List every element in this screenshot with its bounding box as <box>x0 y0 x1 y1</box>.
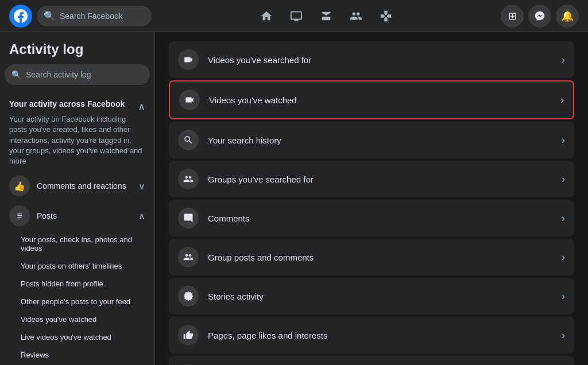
videos-watched-chevron: › <box>560 94 564 106</box>
your-search-history-chevron: › <box>562 134 565 146</box>
content-item-your-search-history[interactable]: Your search history › <box>169 122 574 158</box>
friends-nav-button[interactable] <box>342 2 370 30</box>
sidebar-sub-item-4[interactable]: Videos you've watched <box>5 310 150 328</box>
sidebar-sub-item-3[interactable]: Other people's posts to your feed <box>5 293 150 310</box>
your-search-history-icon <box>178 130 199 150</box>
your-activity-header: Your activity across Facebook ∧ <box>9 99 145 114</box>
nav-right-buttons: ⊞ 🔔 <box>501 5 579 28</box>
content-item-group-posts-comments[interactable]: Group posts and comments › <box>169 239 574 275</box>
apps-button[interactable]: ⊞ <box>501 5 524 28</box>
content-item-groups-searched-for[interactable]: Groups you've searched for › <box>169 161 574 197</box>
watch-nav-button[interactable] <box>283 2 310 30</box>
stories-activity-chevron: › <box>562 290 565 302</box>
nav-center-icons <box>156 2 496 30</box>
pages-likes-interests-chevron: › <box>562 329 565 341</box>
sidebar-item-posts[interactable]: ≡ Posts ∧ <box>5 201 150 231</box>
main-layout: Activity log 🔍 Your activity across Face… <box>0 32 588 365</box>
marketplace-nav-button[interactable] <box>312 2 340 30</box>
top-search-input[interactable] <box>60 11 145 21</box>
content-item-your-friends[interactable]: Your friends › <box>169 356 574 365</box>
stories-activity-icon <box>178 286 199 306</box>
your-activity-section: Your activity across Facebook ∧ Your act… <box>5 94 150 171</box>
videos-searched-for-label: Videos you've searched for <box>208 55 552 65</box>
posts-icon: ≡ <box>9 205 30 226</box>
comments-reactions-icon: 👍 <box>9 176 30 196</box>
sidebar-item-comments-reactions-label: Comments and reactions <box>37 181 131 191</box>
facebook-logo[interactable] <box>9 5 32 28</box>
content-item-pages-likes-interests[interactable]: Pages, page likes and interests › <box>169 317 574 354</box>
posts-arrow: ∧ <box>138 211 145 222</box>
pages-likes-interests-label: Pages, page likes and interests <box>208 331 552 340</box>
sidebar-search-input[interactable] <box>26 70 143 79</box>
stories-activity-label: Stories activity <box>208 292 552 301</box>
sidebar-sub-item-0[interactable]: Your posts, check ins, photos and videos <box>5 231 150 257</box>
comments-chevron: › <box>562 212 565 224</box>
content-item-videos-watched[interactable]: Videos you've watched › <box>169 80 574 119</box>
pages-likes-interests-icon <box>178 325 199 345</box>
comments-label: Comments <box>208 213 552 223</box>
groups-searched-for-label: Groups you've searched for <box>208 174 552 184</box>
home-nav-button[interactable] <box>253 2 280 30</box>
comments-reactions-arrow: ∨ <box>138 181 145 192</box>
group-posts-comments-chevron: › <box>562 251 565 263</box>
content-item-videos-searched-for[interactable]: Videos you've searched for › <box>169 41 574 78</box>
videos-watched-icon <box>179 90 200 110</box>
groups-searched-for-icon <box>178 169 199 189</box>
sidebar-title: Activity log <box>5 41 150 64</box>
sidebar-sub-item-2[interactable]: Posts hidden from profile <box>5 275 150 293</box>
posts-sub-items: Your posts, check ins, photos and videos… <box>5 231 150 365</box>
search-icon: 🔍 <box>44 10 55 21</box>
sidebar-search-bar[interactable]: 🔍 <box>5 64 150 85</box>
groups-searched-for-chevron: › <box>562 173 565 185</box>
sidebar-search-icon: 🔍 <box>11 70 21 79</box>
videos-watched-label: Videos you've watched <box>209 95 551 105</box>
sidebar-item-posts-label: Posts <box>37 211 131 220</box>
your-activity-description: Your activity on Facebook including post… <box>9 114 145 166</box>
your-activity-title: Your activity across Facebook <box>9 99 125 110</box>
sidebar-item-comments-reactions[interactable]: 👍 Comments and reactions ∨ <box>5 171 150 201</box>
videos-searched-for-icon <box>178 49 199 70</box>
comments-icon <box>178 208 199 228</box>
group-posts-comments-icon <box>178 247 199 267</box>
gaming-nav-button[interactable] <box>372 2 400 30</box>
messenger-button[interactable] <box>528 5 551 28</box>
your-search-history-label: Your search history <box>208 135 552 145</box>
sidebar-sub-item-1[interactable]: Your posts on others' timelines <box>5 257 150 275</box>
content-item-stories-activity[interactable]: Stories activity › <box>169 278 574 314</box>
sidebar: Activity log 🔍 Your activity across Face… <box>0 32 155 365</box>
sidebar-sub-item-5[interactable]: Live videos you've watched <box>5 328 150 346</box>
collapse-icon[interactable]: ∧ <box>138 100 145 114</box>
sidebar-sub-item-6[interactable]: Reviews <box>5 346 150 364</box>
content-item-comments[interactable]: Comments › <box>169 200 574 236</box>
videos-searched-for-chevron: › <box>562 54 565 66</box>
top-search-bar[interactable]: 🔍 <box>37 6 152 26</box>
group-posts-comments-label: Group posts and comments <box>208 253 552 262</box>
main-content: Videos you've searched for › Videos you'… <box>155 32 588 365</box>
content-list: Videos you've searched for › Videos you'… <box>169 41 574 365</box>
notifications-button[interactable]: 🔔 <box>556 5 579 28</box>
top-nav: 🔍 ⊞ 🔔 <box>0 0 588 32</box>
